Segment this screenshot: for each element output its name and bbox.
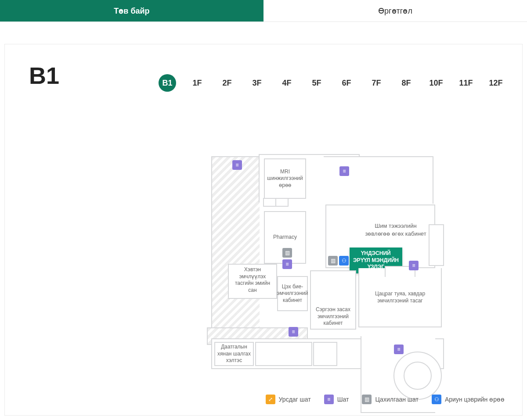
elevator-icon: ▥ <box>282 248 292 258</box>
room-small-a <box>263 198 276 207</box>
stairs-icon: ≡ <box>339 166 349 176</box>
corridor-west <box>211 156 260 332</box>
map-legend: ⤢ Урсдаг шат ≡ Шат ▥ Цахилгаан шат ⚇ Ари… <box>266 395 505 404</box>
room-insurance[interactable]: Даатгалын хянан шалгах хэлтэс <box>214 342 254 366</box>
floor-btn-5F[interactable]: 5F <box>308 74 325 92</box>
floor-btn-12F[interactable]: 12F <box>487 74 505 92</box>
block-upper-right <box>324 156 433 204</box>
room-mri[interactable]: MRI шинжилгээний өрөө <box>264 158 306 199</box>
stairs-icon: ≡ <box>282 259 292 269</box>
restroom-icon: ⚇ <box>432 395 441 404</box>
room-oncology[interactable]: Цацраг туяа, хавдар эмчилгээний тасаг <box>358 268 442 327</box>
elevator-icon: ▥ <box>362 395 372 404</box>
stairs-icon: ≡ <box>409 261 419 270</box>
restroom-icon: ⚇ <box>339 256 349 266</box>
floor-btn-8F[interactable]: 8F <box>397 74 415 92</box>
elevator-icon: ▥ <box>328 256 338 266</box>
building-tabs: Төв байр Өргөтгөл <box>0 0 527 22</box>
room-inpatient-pharmacy[interactable]: Хэвтэн эмчлүүлэх тасгийн эмийн сан <box>228 264 277 299</box>
floor-btn-B1[interactable]: B1 <box>159 74 176 92</box>
floor-btn-10F[interactable]: 10F <box>427 74 445 92</box>
stairs-icon: ≡ <box>289 327 298 337</box>
stairs-icon: ≡ <box>394 345 404 354</box>
floor-btn-2F[interactable]: 2F <box>218 74 236 92</box>
tab-extension[interactable]: Өргөтгөл <box>264 0 527 22</box>
legend-label: Урсдаг шат <box>279 396 311 403</box>
floor-btn-1F[interactable]: 1F <box>188 74 206 92</box>
entrance-center <box>404 362 432 390</box>
legend-restroom: ⚇ Ариун цэврийн өрөө <box>432 395 505 404</box>
legend-label: Ариун цэврийн өрөө <box>445 396 505 403</box>
legend-stairs: ≡ Шат <box>324 395 349 404</box>
room-lower-b <box>313 342 337 366</box>
current-floor-title: B1 <box>29 62 59 89</box>
legend-label: Шат <box>337 396 349 403</box>
escalator-icon: ⤢ <box>266 395 275 404</box>
floor-btn-7F[interactable]: 7F <box>368 74 385 92</box>
tab-main-building[interactable]: Төв байр <box>0 0 264 22</box>
room-small-b <box>275 198 289 207</box>
floor-btn-6F[interactable]: 6F <box>338 74 355 92</box>
stairs-icon: ≡ <box>232 160 242 170</box>
floor-card: B1 B1 1F 2F 3F 4F 5F 6F 7F 8F 10F 11F 12… <box>4 44 523 416</box>
legend-elevator: ▥ Цахилгаан шат <box>362 395 419 404</box>
floor-btn-3F[interactable]: 3F <box>248 74 266 92</box>
legend-label: Цахилгаан шат <box>375 396 419 403</box>
floor-map: MRI шинжилгээний өрөө Pharmacy Шим тэжээ… <box>211 154 457 420</box>
floor-nav: B1 1F 2F 3F 4F 5F 6F 7F 8F 10F 11F 12F <box>159 74 505 92</box>
room-lower-a <box>255 342 312 366</box>
stairs-icon: ≡ <box>324 395 334 404</box>
room-right-notch <box>429 224 444 266</box>
floor-btn-4F[interactable]: 4F <box>278 74 296 92</box>
legend-escalator: ⤢ Урсдаг шат <box>266 395 311 404</box>
floor-btn-11F[interactable]: 11F <box>457 74 475 92</box>
room-rehab[interactable]: Сэргээн засах эмчилгээний кабинет <box>310 270 356 330</box>
room-radiology[interactable]: Цэх бие-эмчилгээний кабинет <box>277 276 308 311</box>
